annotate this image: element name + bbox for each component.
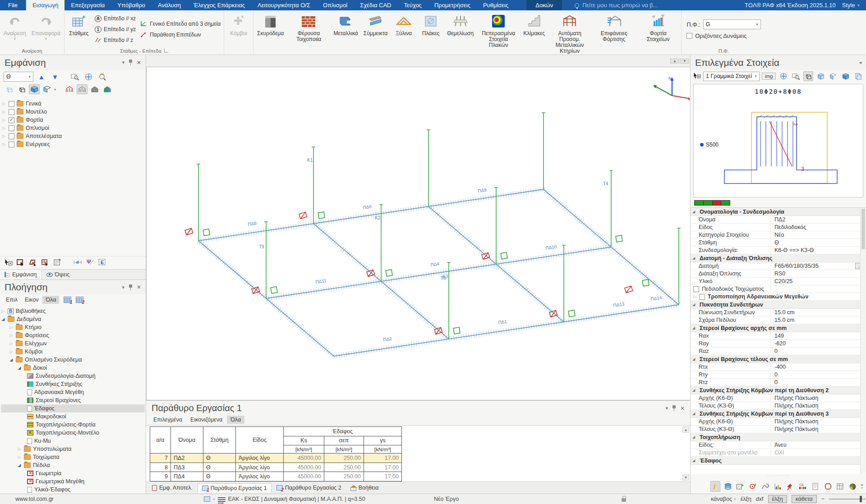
select-add-icon[interactable]: [5, 259, 13, 267]
style-menu[interactable]: Style˅: [842, 2, 860, 9]
nav-item-macrobeams[interactable]: Μακροδοκοί: [1, 412, 145, 421]
checkbox[interactable]: [9, 109, 14, 115]
table-row[interactable]: 8ΠΔ3ΘΆργιλος λίγο 45000.00250.0017.00: [150, 463, 519, 472]
prop-group[interactable]: ◢Έδαφος: [691, 457, 866, 465]
slabs-button[interactable]: Πλάκες: [418, 12, 444, 55]
hidden-line-cube-icon[interactable]: [803, 71, 814, 81]
prop-row[interactable]: ΌνομαΠΔ2: [691, 216, 866, 224]
auto-steel-building-button[interactable]: Αυτόματη Προσομ. Μεταλλικών Κτηρίων: [548, 12, 591, 55]
prop-group[interactable]: ◢Συνθήκες Στήριξης Κόμβων περί τη Διεύθυ…: [691, 386, 866, 394]
tab-display[interactable]: Εμφάνιση: [0, 270, 42, 279]
nav-item-columns[interactable]: ▷Υποστυλώματα: [1, 445, 145, 453]
checkbox[interactable]: [699, 294, 705, 300]
filter-tab-selected[interactable]: Επιλεγμένα: [150, 416, 186, 424]
add-target-icon[interactable]: +: [748, 481, 758, 492]
section-cube-icon[interactable]: [828, 71, 838, 81]
menu-edit[interactable]: Επεξεργασία: [64, 0, 111, 10]
menu-insert[interactable]: Εισαγωγή: [26, 0, 64, 10]
nav-item-footings[interactable]: ◢Πέδιλα: [1, 461, 145, 469]
plane-z-button[interactable]: Επίπεδο // z: [95, 36, 136, 45]
prop-row[interactable]: Αρχής (Κ6-Θ)Πλήρης Πάκτωση: [691, 418, 866, 426]
steel-button[interactable]: Μεταλλικά: [331, 12, 360, 55]
menu-settings[interactable]: Ρυθμίσεις: [477, 0, 515, 10]
snap-label[interactable]: έλξη: [741, 496, 751, 502]
prop-row[interactable]: Τέλους (Κ3-Θ)Πλήρης Πάκτωση: [691, 402, 866, 410]
prop-row[interactable]: ΥλικόC20/25: [691, 278, 866, 285]
zoom-out-icon[interactable]: −: [821, 496, 825, 502]
info-icon[interactable]: i: [710, 481, 720, 492]
report-doc-icon[interactable]: [811, 481, 820, 492]
prop-group[interactable]: ◢Διατομή - Διάταξη Όπλισης: [691, 254, 866, 262]
horizontal-forces-checkbox[interactable]: [686, 33, 692, 39]
prop-group[interactable]: ◢Στερεοί Βραχίονες τέλους σε mm: [691, 355, 866, 363]
tab-views[interactable]: Όψεις: [42, 270, 74, 279]
checkbox[interactable]: [9, 142, 14, 147]
nav-item-libraries[interactable]: ▷BΒιβλιοθήκες: [1, 307, 145, 315]
select-polygon-icon[interactable]: [29, 259, 37, 267]
scroll-down-icon[interactable]: ▼: [682, 474, 689, 481]
chart-icon[interactable]: [773, 481, 783, 492]
load-surfaces-button[interactable]: Επιφάνειες Φόρτισης: [592, 12, 636, 55]
nav-item-connectivity-section[interactable]: Συνδεσμολογία-Διατομή: [1, 372, 145, 380]
composite-button[interactable]: Σύμμεικτα: [361, 12, 390, 55]
panel-menu-icon[interactable]: ▾: [665, 405, 668, 411]
nodes-button[interactable]: + Κόμβοι: [226, 12, 252, 47]
chevron-down-icon[interactable]: ▾: [54, 87, 56, 92]
nav-item-walls[interactable]: ▷Τοιχώματα: [1, 453, 145, 461]
prop-row[interactable]: Πύκνωση Συνδετήρων15.0 cm: [691, 309, 866, 316]
menu-analysis[interactable]: Ανάλυση: [152, 0, 187, 10]
menu-cad-drawings[interactable]: Σχέδια CAD: [354, 0, 397, 10]
wire-cube-icon[interactable]: [815, 71, 826, 81]
section-cube-icon[interactable]: [41, 84, 52, 94]
prop-row[interactable]: Rτz0: [691, 379, 866, 386]
nav-item-building[interactable]: ▷Κτήριο: [1, 323, 145, 331]
nav-item-geometric-values[interactable]: Γεωμετρικά Μεγέθη: [1, 477, 145, 486]
menu-adequacy-check[interactable]: Έλεγχος Επάρκειας: [187, 0, 251, 10]
zoom-window-icon[interactable]: [69, 72, 80, 82]
nav-item-infills-loads[interactable]: Τοιχοπληρώσεις-Φορτία: [1, 421, 145, 429]
nav-item-beams[interactable]: ◢Δοκοί: [1, 364, 145, 372]
checkbox[interactable]: [9, 125, 14, 131]
level-combo[interactable]: Θ▾: [4, 72, 33, 82]
prop-row[interactable]: ΣτάθμηΘ: [691, 239, 866, 247]
table-row[interactable]: 9ΠΔ4ΘΆργιλος λίγο 45000.00250.0017.00: [150, 472, 519, 481]
tab-results-display[interactable]: Εμφ. Αποτελ.: [148, 483, 197, 492]
menu-beams-context[interactable]: Δοκών: [526, 0, 562, 10]
select-fence-icon[interactable]: [41, 259, 49, 267]
nav-item-soil[interactable]: Έδαφος: [1, 404, 145, 412]
snap-toggle-button[interactable]: έλξη: [768, 495, 787, 503]
close-icon[interactable]: ✕: [137, 284, 141, 290]
ortho-toggle-button[interactable]: κάθετα: [792, 495, 817, 503]
level-up-button[interactable]: ▲: [36, 72, 47, 82]
prop-row[interactable]: Τέλους (Κ3-Θ)Πλήρης Πάκτωση: [691, 426, 866, 433]
load-case-combo[interactable]: G▾: [703, 19, 761, 29]
menu-quantities[interactable]: Προμετρήσεις: [428, 0, 477, 10]
solid-color-model-icon[interactable]: [102, 84, 113, 94]
section-preview[interactable]: 10Φ20+8Φ08 S500 2 3: [693, 84, 863, 197]
prop-group[interactable]: ◢Πυκνότητα Συνδετήρων: [691, 301, 866, 309]
pan-icon[interactable]: [778, 71, 788, 81]
collapse-panel-icon[interactable]: ◂: [859, 60, 861, 65]
frame-gray-model-icon[interactable]: [77, 84, 88, 94]
scroll-up-icon[interactable]: ▲: [682, 426, 689, 433]
levels-button[interactable]: + Στάθμες: [66, 12, 92, 47]
menu-report[interactable]: Τεύχος: [397, 0, 428, 10]
scroll-up-icon[interactable]: ▲: [670, 59, 679, 64]
prop-group[interactable]: ◢Στερεοί Βραχίονες αρχής σε mm: [691, 324, 866, 332]
copy-icon[interactable]: [853, 71, 863, 81]
lock-icon[interactable]: [622, 498, 626, 502]
select-window-icon[interactable]: [17, 259, 25, 267]
pin-icon[interactable]: [129, 284, 132, 290]
nav-tab-selected[interactable]: Επιλ: [3, 296, 21, 304]
display-tree-item-general[interactable]: ▷Γενικά: [2, 100, 144, 108]
nav-tab-shown[interactable]: Εικον: [22, 296, 41, 304]
orbit-icon[interactable]: [97, 72, 107, 82]
close-icon[interactable]: ✕: [137, 60, 141, 66]
nav-item-loadcases[interactable]: ▷Φορτίσεις: [1, 331, 145, 339]
nav-item-infills-model[interactable]: Τοιχοπληρώσεις-Μοντέλο: [1, 429, 145, 437]
splitter-handle[interactable]: ··········: [691, 474, 866, 479]
plane-yz-button[interactable]: 1Επίπεδο // yz: [95, 25, 136, 34]
element-filter-combo[interactable]: 1 Γραμμικά Στοιχεί▾: [703, 72, 760, 81]
more-tools-icon[interactable]: »˅: [861, 483, 863, 490]
menu-rc-functionality[interactable]: Λειτουργικότητα Ο/Σ: [251, 0, 317, 10]
